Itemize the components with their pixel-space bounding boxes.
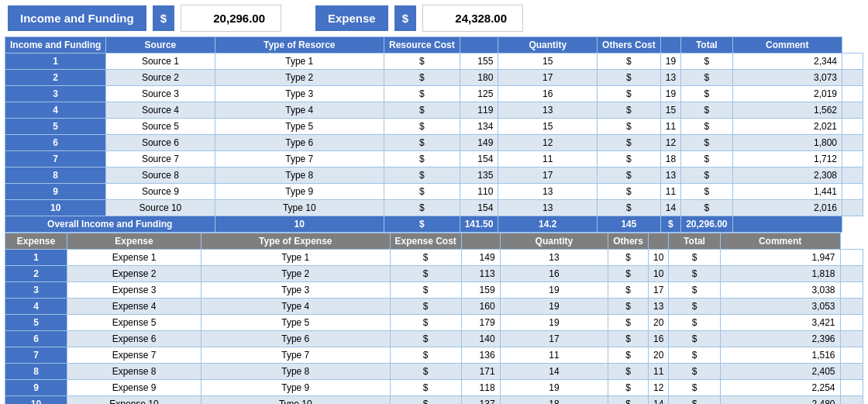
cost-cell: 113	[461, 266, 500, 282]
total-cell: 1,441	[732, 184, 842, 200]
row-number: 8	[5, 167, 106, 184]
resource-cost-col-header: Resource Cost	[384, 37, 460, 54]
type-cell: Type 10	[202, 396, 390, 405]
comment-cell	[840, 380, 863, 396]
quantity-col-header: Quantity	[498, 37, 598, 54]
others-cell: 20	[648, 347, 668, 364]
income-summary-row: Overall Income and Funding 10 $ 141.50 1…	[5, 216, 863, 233]
expense-value: 24,328.00	[422, 5, 523, 32]
expense-others-dollar-col-header	[648, 233, 668, 250]
comment-col-header: Comment	[732, 37, 842, 54]
row-number: 1	[5, 250, 67, 266]
dollar3-cell: $	[681, 102, 732, 119]
dollar1-cell: $	[390, 250, 461, 266]
dollar3-cell: $	[669, 380, 720, 396]
income-row: 8 Source 8 Type 8 $ 135 17 $ 13 $ 2,308	[5, 167, 863, 184]
dollar2-cell: $	[598, 102, 661, 119]
dollar1-cell: $	[390, 347, 461, 364]
dollar1-cell: $	[384, 200, 460, 216]
row-number: 10	[5, 200, 106, 216]
income-row: 2 Source 2 Type 2 $ 180 17 $ 13 $ 3,073	[5, 70, 863, 86]
qty-cell: 12	[498, 135, 598, 151]
type-cell: Type 10	[215, 200, 384, 216]
income-summary-others: 145	[598, 216, 661, 233]
type-cell: Type 8	[202, 364, 390, 380]
source-cell: Source 8	[106, 167, 215, 184]
comment-cell	[840, 250, 863, 266]
top-header: Income and Funding $ 20,296.00 Expense $…	[0, 0, 868, 36]
dollar2-cell: $	[598, 70, 661, 86]
qty-cell: 19	[500, 299, 608, 315]
income-label: Income and Funding	[8, 5, 146, 31]
comment-cell	[842, 86, 863, 102]
comment-cell	[842, 70, 863, 86]
comment-cell	[842, 151, 863, 167]
total-cell: 2,016	[732, 200, 842, 216]
dollar1-cell: $	[384, 70, 460, 86]
dollar2-cell: $	[608, 266, 649, 282]
total-cell: 1,562	[732, 102, 842, 119]
dollar1-cell: $	[390, 396, 461, 405]
expense-comment-col-header: Comment	[720, 233, 840, 250]
comment-cell	[842, 119, 863, 135]
dollar3-cell: $	[669, 396, 720, 405]
expense-row: 2 Expense 2 Type 2 $ 113 16 $ 10 $ 1,818	[5, 266, 863, 282]
expense-row: 7 Expense 7 Type 7 $ 136 11 $ 20 $ 1,516	[5, 347, 863, 364]
qty-cell: 13	[498, 200, 598, 216]
others-cell: 14	[648, 396, 668, 405]
expense-row: 5 Expense 5 Type 5 $ 179 19 $ 20 $ 3,421	[5, 315, 863, 331]
cost-cell: 171	[461, 364, 500, 380]
total-col-header: Total	[681, 37, 732, 54]
expense-row: 9 Expense 9 Type 9 $ 118 19 $ 12 $ 2,254	[5, 380, 863, 396]
expense-header-row: Expense Expense Type of Expense Expense …	[5, 233, 863, 250]
income-header-box: Income and Funding $ 20,296.00	[8, 5, 281, 32]
expense-dollar-col-header	[461, 233, 500, 250]
source-col-header: Source	[106, 37, 215, 54]
source-cell: Source 5	[106, 119, 215, 135]
cost-cell: 180	[460, 70, 498, 86]
income-summary-total-cost: 141.50	[460, 216, 498, 233]
dollar1-cell: $	[390, 380, 461, 396]
dollar1-cell: $	[384, 167, 460, 184]
income-row: 4 Source 4 Type 4 $ 119 13 $ 15 $ 1,562	[5, 102, 863, 119]
expense-row: 6 Expense 6 Type 6 $ 140 17 $ 16 $ 2,396	[5, 331, 863, 347]
total-cell: 3,421	[720, 315, 840, 331]
row-number: 6	[5, 135, 106, 151]
comment-cell	[840, 266, 863, 282]
others-cell: 13	[660, 70, 680, 86]
dollar1-cell: $	[390, 315, 461, 331]
row-number: 1	[5, 54, 106, 70]
comment-cell	[842, 184, 863, 200]
qty-cell: 19	[500, 282, 608, 299]
income-row: 7 Source 7 Type 7 $ 154 11 $ 18 $ 1,712	[5, 151, 863, 167]
qty-cell: 17	[498, 167, 598, 184]
expense-cost-col-header: Expense Cost	[390, 233, 461, 250]
cost-cell: 154	[460, 200, 498, 216]
cost-cell: 154	[460, 151, 498, 167]
income-dollar: $	[153, 5, 174, 31]
dollar2-cell: $	[608, 396, 649, 405]
income-header-row: Income and Funding Source Type of Resorc…	[5, 37, 863, 54]
cost-cell: 135	[460, 167, 498, 184]
income-row: 6 Source 6 Type 6 $ 149 12 $ 12 $ 1,800	[5, 135, 863, 151]
income-summary-label: Overall Income and Funding	[5, 216, 215, 233]
type-cell: Type 2	[202, 266, 390, 282]
expense-qty-col-header: Quantity	[500, 233, 608, 250]
resource-dollar-col-header	[460, 37, 498, 54]
expense-row: 4 Expense 4 Type 4 $ 160 19 $ 13 $ 3,053	[5, 299, 863, 315]
expense-row: 1 Expense 1 Type 1 $ 149 13 $ 10 $ 1,947	[5, 250, 863, 266]
cost-cell: 160	[461, 299, 500, 315]
comment-cell	[840, 299, 863, 315]
income-summary-qty: 14.2	[498, 216, 598, 233]
cost-cell: 110	[460, 184, 498, 200]
row-number: 9	[5, 380, 67, 396]
expense-dollar: $	[394, 5, 416, 31]
type-cell: Type 3	[215, 86, 384, 102]
total-cell: 2,396	[720, 331, 840, 347]
expense-name-cell: Expense 1	[67, 250, 202, 266]
others-cell: 12	[648, 380, 668, 396]
dollar3-cell: $	[669, 299, 720, 315]
row-number: 2	[5, 266, 67, 282]
type-cell: Type 3	[202, 282, 390, 299]
row-number: 5	[5, 119, 106, 135]
